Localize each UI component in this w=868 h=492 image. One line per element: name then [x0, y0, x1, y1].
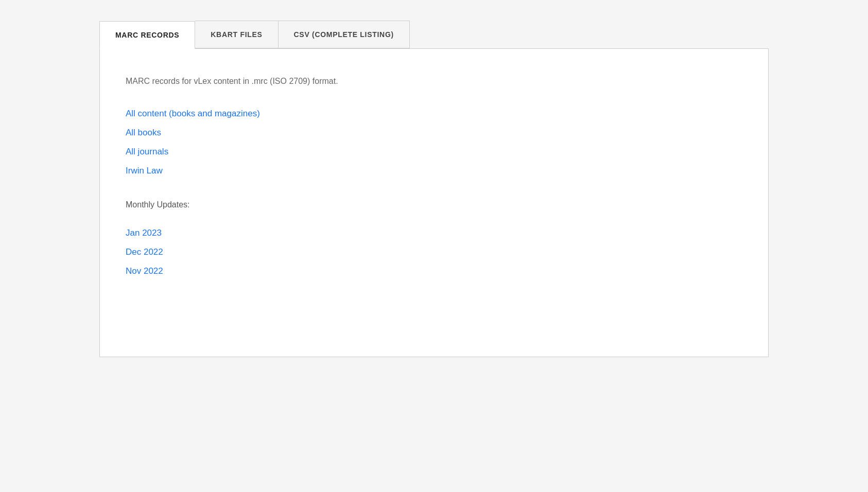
tab-content-marc-records: MARC records for vLex content in .mrc (I… [99, 48, 769, 357]
link-all-content[interactable]: All content (books and magazines) [126, 107, 742, 120]
link-nov-2022[interactable]: Nov 2022 [126, 264, 742, 278]
link-dec-2022[interactable]: Dec 2022 [126, 245, 742, 259]
link-all-journals[interactable]: All journals [126, 145, 742, 159]
tab-marc-records[interactable]: MARC RECORDS [99, 21, 195, 49]
link-irwin-law[interactable]: Irwin Law [126, 164, 742, 178]
monthly-updates-label: Monthly Updates: [126, 198, 742, 212]
monthly-links-group: Jan 2023 Dec 2022 Nov 2022 [126, 226, 742, 278]
page-container: MARC RECORDS KBART FILES CSV (COMPLETE L… [99, 21, 769, 357]
tab-csv-complete[interactable]: CSV (COMPLETE LISTING) [279, 21, 410, 48]
link-jan-2023[interactable]: Jan 2023 [126, 226, 742, 240]
link-all-books[interactable]: All books [126, 126, 742, 139]
main-links-group: All content (books and magazines) All bo… [126, 107, 742, 178]
tab-bar: MARC RECORDS KBART FILES CSV (COMPLETE L… [99, 21, 769, 48]
marc-records-description: MARC records for vLex content in .mrc (I… [126, 75, 742, 88]
tab-kbart-files[interactable]: KBART FILES [195, 21, 278, 48]
